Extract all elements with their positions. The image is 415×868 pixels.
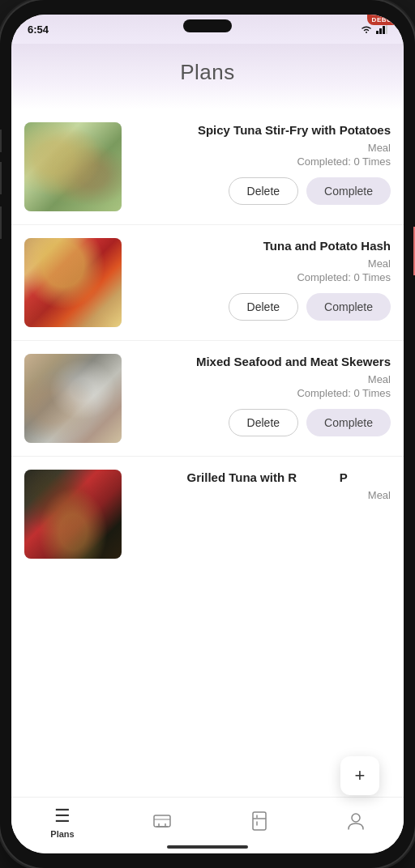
meal-image-stir-fry	[24, 122, 122, 211]
svg-rect-3	[386, 24, 387, 34]
complete-button-1[interactable]: Complete	[306, 177, 391, 205]
volume-down-button	[0, 206, 2, 239]
meal-card-1: Spicy Tuna Stir-Fry with Potatoes Meal C…	[11, 109, 404, 225]
meal-info-1: Spicy Tuna Stir-Fry with Potatoes Meal C…	[131, 122, 391, 205]
fridge-icon	[250, 811, 268, 831]
profile-icon	[347, 811, 365, 831]
meal-info-4: Grilled Tuna with Roasted Potatoes Meal	[131, 470, 391, 503]
fab-add-button[interactable]: +	[340, 756, 379, 795]
delete-button-1[interactable]: Delete	[229, 177, 298, 205]
status-time: 6:54	[28, 23, 49, 36]
meal-type-2: Meal	[131, 257, 391, 270]
plans-icon: ☰	[54, 806, 71, 827]
meal-type-3: Meal	[131, 373, 391, 385]
meal-image-grilled	[24, 470, 122, 559]
meal-image-2	[24, 238, 122, 327]
complete-button-2[interactable]: Complete	[306, 293, 391, 321]
meal-card-4: Grilled Tuna with Roasted Potatoes Meal	[11, 457, 404, 559]
meal-name-1: Spicy Tuna Stir-Fry with Potatoes	[131, 122, 391, 138]
meal-actions-2: Delete Complete	[131, 293, 391, 321]
nav-item-fridge[interactable]	[250, 811, 268, 833]
nav-item-meals[interactable]	[152, 812, 172, 832]
svg-rect-2	[383, 26, 385, 34]
power-button	[0, 130, 2, 152]
svg-rect-9	[253, 812, 266, 830]
status-icons	[360, 24, 387, 34]
meal-image-4	[24, 470, 122, 559]
svg-rect-0	[376, 31, 379, 34]
home-indicator	[167, 845, 248, 849]
plans-label: Plans	[50, 829, 74, 839]
meal-info-2: Tuna and Potato Hash Meal Completed: 0 T…	[131, 238, 391, 321]
camera-notch	[183, 19, 232, 32]
meal-card-2: Tuna and Potato Hash Meal Completed: 0 T…	[11, 225, 404, 341]
meal-completed-1: Completed: 0 Times	[131, 155, 391, 168]
meal-card-3: Mixed Seafood and Meat Skewers Meal Comp…	[11, 341, 404, 457]
meal-type-1: Meal	[131, 142, 391, 154]
meals-icon	[152, 812, 172, 830]
meal-name-4: Grilled Tuna with Roasted Potatoes	[131, 470, 391, 486]
meal-image-seafood	[24, 354, 122, 443]
phone-frame: 6:54 DEBUG	[0, 0, 415, 868]
meal-actions-1: Delete Complete	[131, 177, 391, 205]
meal-image-tuna	[24, 238, 122, 327]
svg-rect-4	[154, 815, 170, 827]
meal-actions-3: Delete Complete	[131, 409, 391, 436]
meal-image-1	[24, 122, 122, 211]
delete-button-3[interactable]: Delete	[229, 409, 298, 436]
meal-list[interactable]: Spicy Tuna Stir-Fry with Potatoes Meal C…	[11, 109, 404, 853]
app-header: Plans	[11, 44, 404, 109]
volume-up-button	[0, 162, 2, 194]
page-title: Plans	[24, 60, 391, 85]
phone-screen: 6:54 DEBUG	[11, 15, 404, 853]
meal-info-3: Mixed Seafood and Meat Skewers Meal Comp…	[131, 354, 391, 436]
delete-button-2[interactable]: Delete	[229, 293, 298, 321]
screen-content: Plans Spicy Tuna Stir-Fry with Potatoes …	[11, 44, 404, 853]
svg-rect-1	[379, 28, 382, 34]
nav-item-profile[interactable]	[347, 811, 365, 833]
meal-completed-3: Completed: 0 Times	[131, 387, 391, 399]
meal-name-3: Mixed Seafood and Meat Skewers	[131, 354, 391, 370]
complete-button-3[interactable]: Complete	[306, 409, 391, 436]
meal-type-4: Meal	[131, 489, 391, 501]
svg-point-13	[352, 814, 360, 822]
meal-name-2: Tuna and Potato Hash	[131, 238, 391, 254]
signal-icon	[376, 24, 387, 34]
meal-completed-2: Completed: 0 Times	[131, 271, 391, 283]
debug-badge: DEBUG	[367, 15, 404, 25]
wifi-icon	[360, 24, 373, 34]
meal-image-3	[24, 354, 122, 443]
nav-item-plans[interactable]: ☰ Plans	[50, 806, 74, 839]
